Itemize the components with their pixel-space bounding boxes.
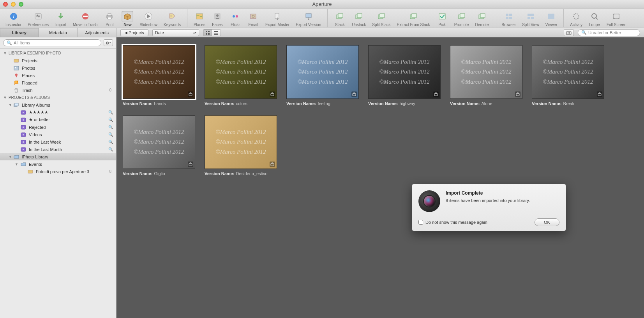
inspector-tab-metadata[interactable]: Metadata: [39, 28, 78, 37]
metadata-badge-icon[interactable]: [188, 91, 193, 97]
metadata-badge-icon[interactable]: [270, 162, 275, 167]
disclosure-triangle-icon[interactable]: ▼: [3, 95, 7, 100]
tree-item[interactable]: Flagged: [0, 79, 116, 86]
search-icon[interactable]: 🔍: [108, 110, 113, 114]
tree-item[interactable]: In the Last Week🔍: [0, 138, 116, 146]
stack-button[interactable]: Stack: [332, 11, 348, 27]
watermark-text: ©Marco Pollini 2012©Marco Pollini 2012©M…: [215, 127, 266, 157]
smart-album-icon: [20, 117, 26, 123]
unstack-button[interactable]: Unstack: [349, 11, 368, 27]
tree-item[interactable]: Photos: [0, 64, 116, 72]
inspector-button[interactable]: iInspector: [3, 11, 24, 27]
thumbnail[interactable]: ©Marco Pollini 2012©Marco Pollini 2012©M…: [123, 115, 195, 176]
tree-item[interactable]: ▼Library Albums: [0, 101, 116, 109]
slideshow-button[interactable]: Slideshow: [137, 11, 160, 27]
svg-rect-48: [206, 31, 207, 32]
tree-section-heading[interactable]: ▼PROJECTS & ALBUMS: [0, 94, 116, 101]
viewer-button[interactable]: Viewer: [543, 11, 559, 27]
thumbnail[interactable]: ©Marco Pollini 2012©Marco Pollini 2012©M…: [286, 45, 359, 106]
inspector-tab-adjustments[interactable]: Adjustments: [78, 28, 116, 37]
tree-item[interactable]: ▼Events: [0, 160, 116, 168]
new-button[interactable]: New: [119, 11, 136, 27]
tree-item[interactable]: ▼iPhoto Library: [0, 153, 116, 160]
email-button[interactable]: Email: [245, 11, 261, 27]
pick-button[interactable]: Pick: [434, 11, 450, 27]
svg-rect-50: [206, 33, 207, 35]
import-button[interactable]: Import: [53, 11, 69, 27]
sidebar-action-button[interactable]: ⚙▾: [104, 39, 113, 46]
list-view-button[interactable]: [212, 30, 221, 36]
tree-item[interactable]: Rejected🔍: [0, 123, 116, 131]
thumbnail-image: ©Marco Pollini 2012©Marco Pollini 2012©M…: [123, 45, 195, 99]
thumbnail[interactable]: ©Marco Pollini 2012©Marco Pollini 2012©M…: [123, 45, 195, 106]
dialog-ok-button[interactable]: OK: [535, 218, 559, 226]
export-version-button[interactable]: Export Version: [293, 11, 323, 27]
keywords-button[interactable]: Keywords: [161, 11, 183, 27]
grid-view-button[interactable]: [203, 30, 212, 36]
thumbnail[interactable]: ©Marco Pollini 2012©Marco Pollini 2012©M…: [205, 115, 277, 176]
tree-section-heading[interactable]: ▼LIBRERIA ESEMPIO IPHOTO: [0, 49, 116, 57]
flickr-button[interactable]: Flickr: [227, 11, 243, 27]
metadata-badge-icon[interactable]: [515, 91, 520, 97]
filter-hud-button[interactable]: [564, 29, 574, 36]
tree-item[interactable]: ★★★★★🔍: [0, 109, 116, 116]
places-button[interactable]: Places: [191, 11, 208, 27]
inspector-tab-library[interactable]: Library: [0, 28, 39, 37]
extract-from-stack-button[interactable]: Extract From Stack: [395, 11, 432, 27]
disclosure-triangle-icon[interactable]: ▼: [15, 162, 18, 166]
disclosure-triangle-icon[interactable]: ▼: [3, 51, 7, 55]
tree-item[interactable]: Videos🔍: [0, 131, 116, 138]
metadata-badge-icon[interactable]: [270, 91, 275, 97]
tree-item[interactable]: ★ or better🔍: [0, 116, 116, 123]
tree-item-count: 8: [109, 169, 113, 174]
thumbnail[interactable]: ©Marco Pollini 2012©Marco Pollini 2012©M…: [532, 45, 604, 106]
loupe-button[interactable]: Loupe: [586, 11, 603, 27]
split-view-button[interactable]: Split View: [520, 11, 542, 27]
activity-button[interactable]: Activity: [568, 11, 585, 27]
thumbnail[interactable]: ©Marco Pollini 2012©Marco Pollini 2012©M…: [450, 45, 522, 106]
tree-item[interactable]: Places: [0, 72, 116, 79]
tree-item[interactable]: In the Last Month🔍: [0, 146, 116, 153]
map-icon: [194, 11, 205, 22]
split-stack-button[interactable]: Split Stack: [370, 11, 393, 27]
full-screen-button[interactable]: Full Screen: [604, 11, 629, 27]
browser-button[interactable]: Browser: [499, 11, 518, 27]
sort-select[interactable]: Date ▴▾: [152, 29, 199, 36]
metadata-badge-icon[interactable]: [597, 91, 602, 97]
thumbnail[interactable]: ©Marco Pollini 2012©Marco Pollini 2012©M…: [368, 45, 441, 106]
dialog-title: Import Complete: [446, 190, 530, 196]
tree-item[interactable]: Projects: [0, 57, 116, 64]
search-icon[interactable]: 🔍: [108, 147, 113, 151]
scope-button[interactable]: ◀ Projects: [120, 29, 148, 36]
dialog-suppress-label[interactable]: Do not show this message again: [418, 220, 487, 225]
disclosure-triangle-icon[interactable]: ▼: [9, 103, 12, 107]
svg-rect-57: [14, 59, 19, 62]
thumbnail[interactable]: ©Marco Pollini 2012©Marco Pollini 2012©M…: [205, 45, 277, 106]
search-icon[interactable]: 🔍: [108, 125, 113, 129]
tree-item-label: Flagged: [22, 81, 37, 85]
toolbar-label: Extract From Stack: [397, 23, 430, 27]
faces-button[interactable]: Faces: [209, 11, 226, 27]
tree-item[interactable]: Trash0: [0, 86, 116, 94]
svg-rect-10: [108, 14, 111, 16]
metadata-badge-icon[interactable]: [433, 91, 439, 97]
search-icon[interactable]: 🔍: [108, 140, 113, 144]
metadata-badge-icon[interactable]: [351, 91, 357, 97]
sidebar-search[interactable]: 🔍 All Items: [3, 39, 101, 46]
demote-button[interactable]: Demote: [473, 11, 491, 27]
preferences-button[interactable]: Preferences: [25, 11, 51, 27]
export-master-button[interactable]: Export Master: [263, 11, 292, 27]
caption-label: Version Name:: [123, 171, 152, 176]
tree-item[interactable]: Foto di prova per Aperture 38: [0, 168, 116, 175]
filter-search[interactable]: 🔍 Unrated or Better: [578, 29, 640, 36]
move-to-trash-button[interactable]: Move to Trash: [71, 11, 100, 27]
promote-button[interactable]: Promote: [452, 11, 471, 27]
search-icon[interactable]: 🔍: [108, 118, 113, 122]
svg-rect-28: [380, 14, 385, 18]
disclosure-triangle-icon[interactable]: ▼: [9, 155, 12, 159]
thumbnail-image: ©Marco Pollini 2012©Marco Pollini 2012©M…: [368, 45, 441, 99]
print-button[interactable]: Print: [101, 11, 118, 27]
metadata-badge-icon[interactable]: [188, 162, 193, 167]
search-icon[interactable]: 🔍: [108, 132, 113, 137]
dialog-suppress-checkbox[interactable]: [418, 220, 423, 225]
